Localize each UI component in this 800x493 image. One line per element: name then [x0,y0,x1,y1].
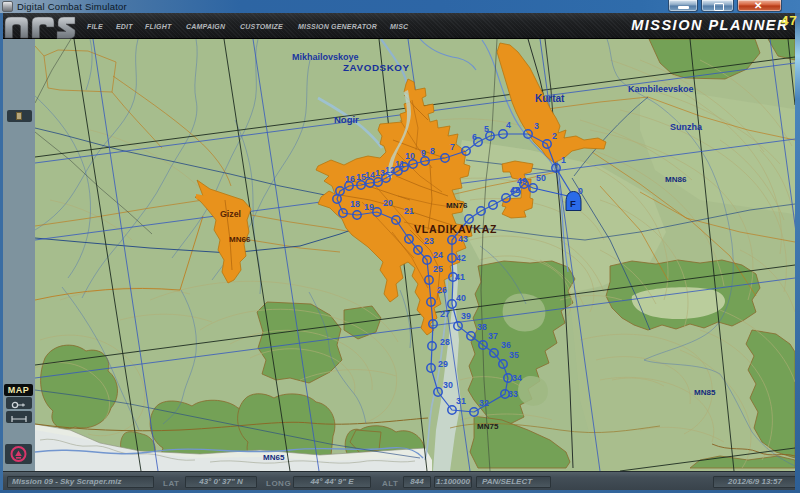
svg-text:35: 35 [509,350,519,360]
svg-text:5: 5 [484,124,489,134]
svg-text:8: 8 [430,146,435,156]
svg-text:49: 49 [517,176,527,186]
svg-text:16: 16 [345,174,355,184]
svg-text:10: 10 [405,151,415,161]
svg-text:37: 37 [488,331,498,341]
svg-text:23: 23 [424,236,434,246]
svg-text:30: 30 [443,380,453,390]
svg-text:12: 12 [385,165,395,175]
svg-text:41: 41 [455,272,465,282]
svg-text:28: 28 [440,337,450,347]
svg-text:14: 14 [365,170,375,180]
svg-text:15: 15 [356,172,366,182]
svg-text:2: 2 [552,131,557,141]
svg-text:MN65: MN65 [263,453,285,462]
svg-text:38: 38 [477,322,487,332]
svg-text:27: 27 [440,309,450,319]
svg-text:MN76: MN76 [446,201,468,210]
svg-text:Kurtat: Kurtat [535,93,565,104]
svg-text:Mikhailovskoye: Mikhailovskoye [292,52,359,62]
svg-text:24: 24 [433,250,443,260]
svg-text:19: 19 [364,202,374,212]
svg-text:50: 50 [536,173,546,183]
svg-text:32: 32 [479,398,489,408]
svg-text:MN86: MN86 [665,175,687,184]
svg-text:39: 39 [461,311,471,321]
svg-text:43: 43 [458,234,468,244]
svg-text:4: 4 [506,120,511,130]
svg-text:36: 36 [501,340,511,350]
svg-text:Gizel: Gizel [220,209,241,219]
svg-text:31: 31 [456,396,466,406]
svg-text:20: 20 [383,198,393,208]
svg-text:3: 3 [534,121,539,131]
svg-text:1: 1 [561,155,566,165]
svg-text:6: 6 [472,132,477,142]
svg-text:7: 7 [450,142,455,152]
svg-text:Nogir: Nogir [334,114,359,125]
svg-text:26: 26 [437,285,447,295]
svg-text:18: 18 [350,199,360,209]
svg-text:11: 11 [395,159,404,169]
svg-text:ZAVODSKOY: ZAVODSKOY [343,62,410,73]
svg-text:Sunzha: Sunzha [670,122,703,132]
svg-text:33: 33 [508,389,518,399]
svg-text:21: 21 [404,206,414,216]
svg-text:F: F [570,198,576,209]
svg-text:34: 34 [512,373,522,383]
svg-text:40: 40 [456,293,466,303]
svg-text:MN75: MN75 [477,422,499,431]
svg-text:42: 42 [456,253,466,263]
svg-text:29: 29 [438,359,448,369]
svg-text:13: 13 [375,168,385,178]
svg-text:MN85: MN85 [694,388,716,397]
svg-text:25: 25 [433,264,443,274]
svg-text:VLADIKAVKAZ: VLADIKAVKAZ [414,223,497,235]
svg-text:Kambileevskoe: Kambileevskoe [628,84,694,94]
svg-text:9: 9 [421,148,426,158]
svg-text:48: 48 [510,185,520,195]
svg-text:MN66: MN66 [229,235,251,244]
